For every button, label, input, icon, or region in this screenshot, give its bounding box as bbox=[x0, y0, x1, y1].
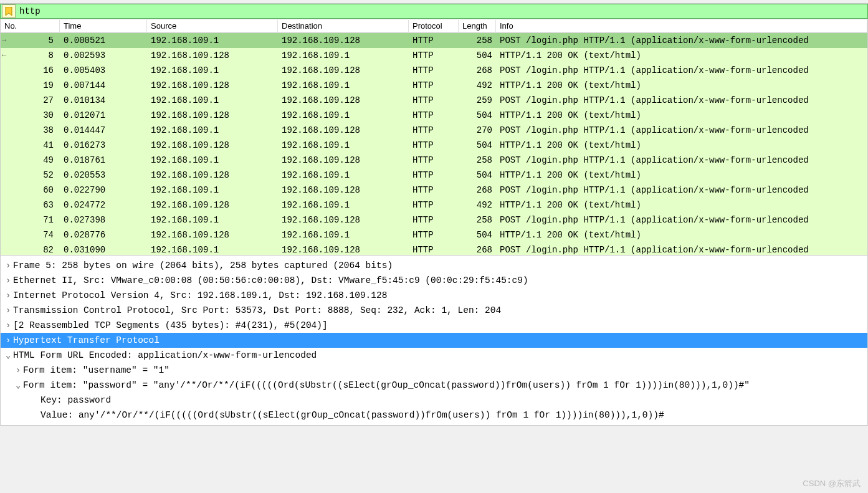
cell-proto: HTTP bbox=[409, 109, 459, 122]
cell-len: 504 bbox=[459, 229, 496, 241]
cell-info: HTTP/1.1 200 OK (text/html) bbox=[496, 49, 867, 62]
cell-len: 504 bbox=[459, 109, 496, 122]
tree-form-item-password[interactable]: ⌄Form item: "password" = "any'/**/Or/**/… bbox=[1, 378, 867, 393]
cell-time: 0.005403 bbox=[60, 64, 147, 77]
cell-info: HTTP/1.1 200 OK (text/html) bbox=[496, 169, 867, 181]
cell-dst: 192.168.109.1 bbox=[278, 229, 409, 241]
tree-ethernet[interactable]: ›Ethernet II, Src: VMware_c0:00:08 (00:5… bbox=[1, 273, 867, 288]
col-header-destination[interactable]: Destination bbox=[278, 20, 409, 32]
cell-len: 268 bbox=[459, 244, 496, 256]
cell-proto: HTTP bbox=[409, 124, 459, 136]
cell-time: 0.014447 bbox=[60, 124, 147, 136]
tree-form-encoded[interactable]: ⌄HTML Form URL Encoded: application/x-ww… bbox=[1, 348, 867, 363]
cell-info: POST /login.php HTTP/1.1 (application/x-… bbox=[496, 94, 867, 107]
cell-src: 192.168.109.1 bbox=[147, 64, 278, 77]
tree-frame-text: Frame 5: 258 bytes on wire (2064 bits), … bbox=[13, 258, 393, 273]
packet-list-header[interactable]: No. Time Source Destination Protocol Len… bbox=[1, 19, 867, 33]
packet-row[interactable]: →50.000521192.168.109.1192.168.109.128HT… bbox=[1, 33, 867, 48]
packet-row[interactable]: 160.005403192.168.109.1192.168.109.128HT… bbox=[1, 63, 867, 78]
cell-len: 268 bbox=[459, 64, 496, 77]
col-header-source[interactable]: Source bbox=[147, 20, 278, 32]
cell-len: 504 bbox=[459, 49, 496, 62]
cell-proto: HTTP bbox=[409, 169, 459, 181]
cell-proto: HTTP bbox=[409, 214, 459, 226]
cell-len: 268 bbox=[459, 184, 496, 196]
chevron-down-icon[interactable]: ⌄ bbox=[13, 378, 23, 393]
cell-time: 0.024772 bbox=[60, 199, 147, 211]
cell-src: 192.168.109.1 bbox=[147, 184, 278, 196]
cell-src: 192.168.109.1 bbox=[147, 94, 278, 107]
col-header-info[interactable]: Info bbox=[496, 20, 867, 32]
packet-row[interactable]: 600.022790192.168.109.1192.168.109.128HT… bbox=[1, 183, 867, 198]
cell-dst: 192.168.109.1 bbox=[278, 169, 409, 181]
col-header-protocol[interactable]: Protocol bbox=[409, 20, 459, 32]
cell-len: 258 bbox=[459, 154, 496, 166]
cell-time: 0.028776 bbox=[60, 229, 147, 241]
cell-dst: 192.168.109.1 bbox=[278, 79, 409, 92]
packet-row[interactable]: 740.028776192.168.109.128192.168.109.1HT… bbox=[1, 227, 867, 242]
cell-info: POST /login.php HTTP/1.1 (application/x-… bbox=[496, 154, 867, 166]
cell-src: 192.168.109.1 bbox=[147, 154, 278, 166]
cell-proto: HTTP bbox=[409, 229, 459, 241]
col-header-time[interactable]: Time bbox=[60, 20, 147, 32]
packet-row[interactable]: 490.018761192.168.109.1192.168.109.128HT… bbox=[1, 153, 867, 168]
tree-eth-text: Ethernet II, Src: VMware_c0:00:08 (00:50… bbox=[13, 273, 528, 288]
cell-time: 0.000521 bbox=[60, 34, 147, 47]
packet-row[interactable]: 270.010134192.168.109.1192.168.109.128HT… bbox=[1, 93, 867, 108]
tree-ip[interactable]: ›Internet Protocol Version 4, Src: 192.1… bbox=[1, 288, 867, 303]
packet-row[interactable]: 520.020553192.168.109.128192.168.109.1HT… bbox=[1, 168, 867, 183]
packet-row[interactable]: 630.024772192.168.109.128192.168.109.1HT… bbox=[1, 198, 867, 213]
col-header-no[interactable]: No. bbox=[1, 20, 60, 32]
packet-row[interactable]: ←80.002593192.168.109.128192.168.109.1HT… bbox=[1, 48, 867, 63]
chevron-right-icon[interactable]: › bbox=[3, 273, 13, 288]
cell-len: 259 bbox=[459, 94, 496, 107]
display-filter-input[interactable] bbox=[17, 5, 867, 17]
packet-row[interactable]: 190.007144192.168.109.128192.168.109.1HT… bbox=[1, 78, 867, 93]
cell-proto: HTTP bbox=[409, 49, 459, 62]
tree-tcp[interactable]: ›Transmission Control Protocol, Src Port… bbox=[1, 303, 867, 318]
tree-form-item-username[interactable]: ›Form item: "username" = "1" bbox=[1, 363, 867, 378]
cell-src: 192.168.109.1 bbox=[147, 214, 278, 226]
chevron-right-icon[interactable]: › bbox=[3, 318, 13, 333]
packet-details-pane[interactable]: ›Frame 5: 258 bytes on wire (2064 bits),… bbox=[0, 256, 868, 426]
packet-row[interactable]: 820.031090192.168.109.1192.168.109.128HT… bbox=[1, 242, 867, 256]
chevron-right-icon[interactable]: › bbox=[3, 288, 13, 303]
packet-row[interactable]: 380.014447192.168.109.1192.168.109.128HT… bbox=[1, 123, 867, 138]
display-filter-bar[interactable] bbox=[0, 4, 868, 19]
cell-proto: HTTP bbox=[409, 139, 459, 151]
cell-len: 504 bbox=[459, 169, 496, 181]
cell-dst: 192.168.109.1 bbox=[278, 49, 409, 62]
packet-row[interactable]: 410.016273192.168.109.128192.168.109.1HT… bbox=[1, 138, 867, 153]
chevron-right-icon[interactable]: › bbox=[3, 333, 13, 348]
chevron-right-icon[interactable]: › bbox=[3, 303, 13, 318]
packet-row[interactable]: 710.027398192.168.109.1192.168.109.128HT… bbox=[1, 213, 867, 227]
chevron-down-icon[interactable]: ⌄ bbox=[3, 348, 13, 363]
packet-row[interactable]: 300.012071192.168.109.128192.168.109.1HT… bbox=[1, 108, 867, 123]
cell-info: POST /login.php HTTP/1.1 (application/x-… bbox=[496, 244, 867, 256]
tree-http[interactable]: ›Hypertext Transfer Protocol bbox=[1, 333, 867, 348]
cell-dst: 192.168.109.1 bbox=[278, 139, 409, 151]
col-header-length[interactable]: Length bbox=[459, 20, 496, 32]
cell-src: 192.168.109.128 bbox=[147, 109, 278, 122]
tree-key-text: Key: password bbox=[41, 393, 111, 408]
tree-frame[interactable]: ›Frame 5: 258 bytes on wire (2064 bits),… bbox=[1, 258, 867, 273]
cell-time: 0.031090 bbox=[60, 244, 147, 256]
cell-dst: 192.168.109.128 bbox=[278, 154, 409, 166]
chevron-right-icon[interactable]: › bbox=[13, 363, 23, 378]
tree-form-key[interactable]: Key: password bbox=[1, 393, 867, 408]
cell-src: 192.168.109.1 bbox=[147, 34, 278, 47]
chevron-right-icon[interactable]: › bbox=[3, 258, 13, 273]
cell-time: 0.007144 bbox=[60, 79, 147, 92]
cell-dst: 192.168.109.128 bbox=[278, 184, 409, 196]
tree-ip-text: Internet Protocol Version 4, Src: 192.16… bbox=[13, 288, 387, 303]
cell-dst: 192.168.109.128 bbox=[278, 214, 409, 226]
cell-info: POST /login.php HTTP/1.1 (application/x-… bbox=[496, 34, 867, 47]
packet-mark-icon: → bbox=[2, 36, 6, 45]
tree-reassembly[interactable]: ›[2 Reassembled TCP Segments (435 bytes)… bbox=[1, 318, 867, 333]
packet-list-pane[interactable]: No. Time Source Destination Protocol Len… bbox=[0, 19, 868, 256]
tree-form-value[interactable]: Value: any'/**/Or/**/(iF(((((Ord(sUbstr(… bbox=[1, 408, 867, 423]
cell-len: 258 bbox=[459, 214, 496, 226]
bookmark-icon[interactable] bbox=[2, 4, 16, 18]
cell-dst: 192.168.109.128 bbox=[278, 244, 409, 256]
cell-info: HTTP/1.1 200 OK (text/html) bbox=[496, 109, 867, 122]
